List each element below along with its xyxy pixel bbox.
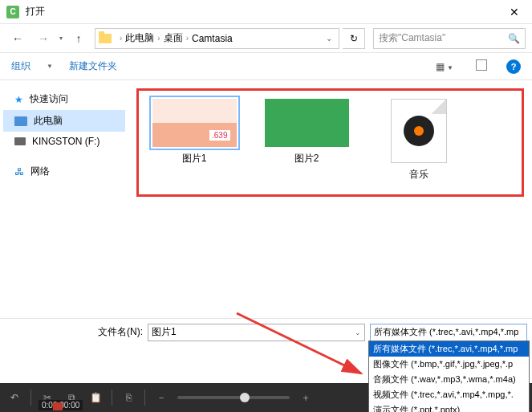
- file-item-music[interactable]: 音乐: [375, 99, 463, 182]
- filename-input[interactable]: 图片1 ⌄: [148, 324, 365, 341]
- navbar: ← → ▾ ↑ › 此电脑 › 桌面 › Camtasia ⌄ ↻ 搜索"Cam…: [0, 24, 532, 53]
- thumbnail: [265, 99, 349, 147]
- playhead-icon: [53, 402, 63, 410]
- window-title: 打开: [26, 5, 503, 18]
- sidebar-item-label: 此电脑: [34, 114, 63, 128]
- chevron-down-icon: ▼: [47, 63, 53, 70]
- usb-icon: [14, 137, 26, 145]
- refresh-button[interactable]: ↻: [343, 28, 365, 49]
- file-item-image2[interactable]: 图片2: [262, 99, 351, 165]
- sidebar-item-label: 网络: [30, 165, 50, 178]
- new-folder-button[interactable]: 新建文件夹: [69, 59, 117, 73]
- undo-button[interactable]: ↶: [6, 390, 22, 406]
- chevron-right-icon: ›: [120, 34, 122, 43]
- view-options-button[interactable]: ▦ ▼: [433, 59, 457, 74]
- sidebar-item-usb[interactable]: KINGSTON (F:): [3, 132, 125, 151]
- filetype-dropdown: 所有媒体文件 (*.trec,*.avi,*.mp4,*.mp 图像文件 (*.…: [368, 341, 530, 412]
- file-label: 音乐: [409, 168, 428, 182]
- zoom-in-button[interactable]: ＋: [298, 390, 314, 406]
- filter-option-all[interactable]: 所有媒体文件 (*.trec,*.avi,*.mp4,*.mp: [369, 341, 529, 357]
- filter-option-audio[interactable]: 音频文件 (*.wav,*.mp3,*.wma,*.m4a): [369, 372, 529, 387]
- thumbnail: [391, 99, 447, 163]
- filename-value: 图片1: [152, 325, 177, 339]
- up-button[interactable]: ↑: [69, 29, 88, 48]
- zoom-out-button[interactable]: －: [153, 390, 169, 406]
- forward-button[interactable]: →: [32, 29, 55, 48]
- breadcrumb[interactable]: › 此电脑 › 桌面 › Camtasia ⌄: [95, 28, 339, 49]
- sidebar-item-label: 快速访问: [30, 92, 68, 106]
- chevron-right-icon: ›: [186, 34, 189, 43]
- file-list: 图片1 图片2 音乐: [128, 80, 532, 313]
- search-placeholder: 搜索"Camtasia": [379, 31, 445, 45]
- split-button[interactable]: ⎘: [120, 390, 136, 406]
- close-button[interactable]: ✕: [503, 2, 526, 22]
- filetype-filter[interactable]: 所有媒体文件 (*.trec,*.avi,*.mp4,*.mp: [370, 324, 527, 341]
- organize-menu[interactable]: 组织: [11, 59, 30, 73]
- slider-knob[interactable]: [240, 393, 250, 402]
- filter-option-ppt[interactable]: 演示文件 (*.ppt,*.pptx): [369, 402, 529, 412]
- folder-icon: [99, 34, 112, 43]
- filter-option-video[interactable]: 视频文件 (*.trec,*.avi,*.mp4,*.mpg,*.: [369, 387, 529, 402]
- file-label: 图片1: [182, 152, 207, 165]
- crumb-folder[interactable]: Camtasia: [192, 33, 233, 44]
- back-button[interactable]: ←: [6, 29, 29, 48]
- annotation-red-box: 图片1 图片2 音乐: [136, 88, 524, 197]
- crumb-root[interactable]: 此电脑: [125, 31, 154, 45]
- titlebar: C 打开 ✕: [0, 0, 532, 24]
- history-dropdown-icon[interactable]: ▾: [59, 35, 63, 42]
- zoom-slider[interactable]: [177, 396, 290, 399]
- chevron-right-icon: ›: [157, 34, 160, 43]
- crumb-desktop[interactable]: 桌面: [164, 31, 183, 45]
- paste-button[interactable]: 📋: [87, 390, 104, 406]
- sidebar: ★ 快速访问 此电脑 KINGSTON (F:) 🖧 网络: [0, 80, 128, 313]
- thumbnail: [152, 99, 237, 147]
- file-item-image1[interactable]: 图片1: [150, 99, 238, 165]
- pc-icon: [14, 116, 27, 126]
- filename-label: 文件名(N):: [98, 325, 143, 339]
- help-button[interactable]: ?: [506, 59, 521, 74]
- chevron-down-icon[interactable]: ⌄: [355, 328, 361, 337]
- filter-option-image[interactable]: 图像文件 (*.bmp,*.gif,*.jpg,*.jpeg,*.p: [369, 357, 529, 372]
- search-input[interactable]: 搜索"Camtasia" 🔍: [373, 28, 526, 49]
- sidebar-item-label: KINGSTON (F:): [32, 136, 99, 147]
- pin-icon: ★: [14, 94, 23, 105]
- sidebar-item-network[interactable]: 🖧 网络: [3, 161, 125, 182]
- preview-pane-button[interactable]: [473, 58, 490, 75]
- sidebar-item-quick-access[interactable]: ★ 快速访问: [3, 88, 125, 110]
- network-icon: 🖧: [14, 166, 24, 177]
- toolbar: 组织 ▼ 新建文件夹 ▦ ▼ ?: [0, 53, 532, 80]
- main-area: ★ 快速访问 此电脑 KINGSTON (F:) 🖧 网络 图片1 图片2: [0, 80, 532, 313]
- search-icon: 🔍: [508, 33, 520, 44]
- file-label: 图片2: [294, 152, 319, 165]
- app-icon: C: [6, 6, 19, 18]
- filter-selected-label: 所有媒体文件 (*.trec,*.avi,*.mp4,*.mp: [374, 326, 518, 338]
- sidebar-item-this-pc[interactable]: 此电脑: [3, 110, 125, 132]
- path-dropdown-icon[interactable]: ⌄: [323, 34, 335, 43]
